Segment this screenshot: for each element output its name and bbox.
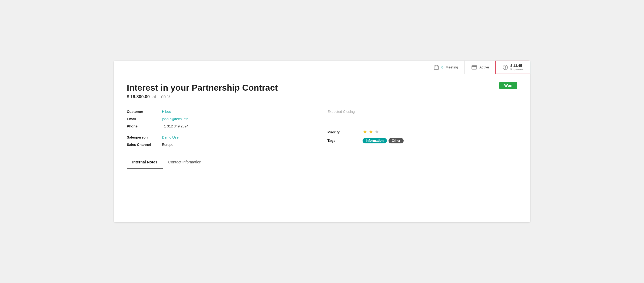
expected-closing-row: Expected Closing [327, 108, 517, 115]
active-button[interactable]: Active [464, 61, 495, 74]
right-spacer1 [327, 115, 517, 119]
at-label: at [152, 94, 156, 99]
page-title: Interest in your Partnership Contract [127, 83, 517, 93]
priority-row: Priority ★ ★ ★ [327, 127, 517, 136]
star-3[interactable]: ★ [374, 128, 379, 135]
svg-rect-4 [472, 65, 477, 69]
phone-label: Phone [127, 124, 162, 128]
meeting-label: Meeting [446, 65, 458, 69]
email-label: Email [127, 117, 162, 121]
email-row: Email john.b@tech.info [127, 115, 317, 123]
main-content: Won Interest in your Partnership Contrac… [114, 74, 530, 222]
calendar-icon [433, 64, 439, 70]
tab-internal-notes[interactable]: Internal Notes [127, 156, 163, 169]
main-card: 0 Meeting Active $ $ 13.45 Expenses [114, 61, 530, 222]
top-bar: 0 Meeting Active $ $ 13.45 Expenses [114, 61, 530, 74]
priority-stars[interactable]: ★ ★ ★ [363, 128, 379, 135]
tag-other[interactable]: Other [389, 138, 404, 143]
card-icon [471, 64, 477, 70]
left-spacer [127, 130, 317, 134]
customer-value[interactable]: Hibou [162, 110, 171, 114]
svg-rect-0 [434, 66, 439, 70]
tags-row: Tags Information Other [327, 136, 517, 145]
deal-amount: $ 19,800.00 [127, 94, 150, 99]
email-value[interactable]: john.b@tech.info [162, 117, 188, 121]
expenses-label: Expenses [510, 68, 523, 71]
fields-section: Customer Hibou Email john.b@tech.info Ph… [127, 108, 517, 148]
salesperson-row: Salesperson Demo User [127, 134, 317, 141]
phone-row: Phone +1 312 349 2324 [127, 123, 317, 130]
tag-information[interactable]: Information [363, 138, 387, 143]
tags-container: Information Other [363, 138, 404, 143]
svg-rect-5 [472, 66, 477, 67]
sales-channel-value: Europe [162, 143, 173, 147]
meeting-button[interactable]: 0 Meeting [427, 61, 464, 74]
right-fields: Expected Closing Priority ★ ★ ★ Tags [327, 108, 517, 148]
tabs-bar: Internal Notes Contact Information [114, 156, 530, 168]
right-spacer2 [327, 119, 517, 123]
deal-percent: 100 % [159, 94, 171, 99]
meeting-count: 0 [441, 65, 443, 69]
sales-channel-label: Sales Channel [127, 143, 162, 147]
right-spacer3 [327, 123, 517, 127]
tab-contact-information[interactable]: Contact Information [163, 156, 207, 169]
svg-text:$: $ [504, 66, 506, 69]
active-label: Active [479, 65, 489, 69]
star-1[interactable]: ★ [363, 128, 367, 135]
expenses-info: $ 13.45 Expenses [510, 64, 523, 71]
won-badge: Won [499, 82, 517, 89]
left-fields: Customer Hibou Email john.b@tech.info Ph… [127, 108, 317, 148]
expected-closing-label: Expected Closing [327, 110, 363, 114]
phone-value: +1 312 349 2324 [162, 124, 188, 128]
expense-icon: $ [502, 64, 508, 70]
page-subtitle: $ 19,800.00 at 100 % [127, 94, 517, 99]
expenses-amount: $ 13.45 [510, 64, 523, 68]
customer-row: Customer Hibou [127, 108, 317, 115]
tab-content-internal-notes [127, 168, 517, 217]
salesperson-value[interactable]: Demo User [162, 135, 180, 139]
star-2[interactable]: ★ [369, 128, 373, 135]
sales-channel-row: Sales Channel Europe [127, 141, 317, 148]
expenses-button[interactable]: $ $ 13.45 Expenses [495, 61, 530, 74]
tags-label: Tags [327, 139, 363, 143]
priority-label: Priority [327, 130, 363, 134]
customer-label: Customer [127, 110, 162, 114]
salesperson-label: Salesperson [127, 135, 162, 139]
